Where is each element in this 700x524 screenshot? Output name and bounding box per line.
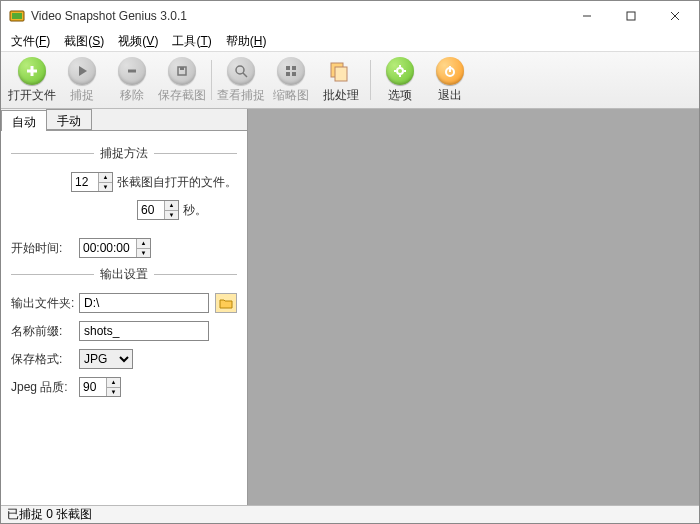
interval-row: ▲▼ 秒。	[11, 200, 237, 220]
plus-icon	[18, 57, 46, 85]
quality-label: Jpeg 品质:	[11, 379, 75, 396]
spin-down[interactable]: ▼	[99, 183, 112, 192]
toolbar-separator	[211, 60, 212, 100]
spin-up[interactable]: ▲	[107, 378, 120, 388]
svg-rect-14	[286, 66, 290, 70]
search-icon	[227, 57, 255, 85]
svg-rect-15	[292, 66, 296, 70]
menu-tools[interactable]: 工具(T)	[166, 31, 217, 52]
statusbar: 已捕捉 0 张截图	[1, 505, 699, 523]
remove-button[interactable]: 移除	[107, 55, 157, 105]
content-area: 自动 手动 捕捉方法 ▲▼ 张截图自打开的文件。 ▲▼ 秒。	[1, 109, 699, 505]
prefix-row: 名称前缀:	[11, 321, 237, 341]
svg-point-20	[397, 68, 403, 74]
output-folder-input[interactable]	[79, 293, 209, 313]
titlebar: Video Snapshot Genius 3.0.1	[1, 1, 699, 31]
minimize-button[interactable]	[565, 2, 609, 30]
svg-rect-11	[180, 67, 184, 70]
spin-down[interactable]: ▼	[107, 388, 120, 397]
format-label: 保存格式:	[11, 351, 75, 368]
batch-button[interactable]: 批处理	[316, 55, 366, 105]
interval-spinner[interactable]: ▲▼	[137, 200, 179, 220]
save-snapshot-button[interactable]: 保存截图	[157, 55, 207, 105]
capture-method-header: 捕捉方法	[11, 145, 237, 162]
format-select[interactable]: JPG	[79, 349, 133, 369]
maximize-button[interactable]	[609, 2, 653, 30]
play-icon	[68, 57, 96, 85]
toolbar-separator	[370, 60, 371, 100]
settings-sidebar: 自动 手动 捕捉方法 ▲▼ 张截图自打开的文件。 ▲▼ 秒。	[1, 109, 248, 505]
tab-manual[interactable]: 手动	[46, 109, 92, 130]
output-header: 输出设置	[11, 266, 237, 283]
snapshot-count-suffix: 张截图自打开的文件。	[117, 174, 237, 191]
start-time-input[interactable]	[80, 239, 136, 257]
status-text: 已捕捉 0 张截图	[7, 506, 92, 523]
auto-panel: 捕捉方法 ▲▼ 张截图自打开的文件。 ▲▼ 秒。 开始时间:	[1, 131, 247, 505]
svg-rect-17	[292, 72, 296, 76]
spin-down[interactable]: ▼	[137, 249, 150, 258]
window-title: Video Snapshot Genius 3.0.1	[31, 9, 565, 23]
browse-folder-button[interactable]	[215, 293, 237, 313]
batch-icon	[327, 57, 355, 85]
open-file-button[interactable]: 打开文件	[7, 55, 57, 105]
format-row: 保存格式: JPG	[11, 349, 237, 369]
interval-suffix: 秒。	[183, 202, 207, 219]
thumbnails-button[interactable]: 缩略图	[266, 55, 316, 105]
save-icon	[168, 57, 196, 85]
capture-button[interactable]: 捕捉	[57, 55, 107, 105]
folder-icon	[219, 297, 233, 309]
snapshot-count-spinner[interactable]: ▲▼	[71, 172, 113, 192]
spin-up[interactable]: ▲	[99, 173, 112, 183]
start-time-row: 开始时间: ▲▼	[11, 238, 237, 258]
spin-up[interactable]: ▲	[165, 201, 178, 211]
menu-video[interactable]: 视频(V)	[112, 31, 164, 52]
minus-icon	[118, 57, 146, 85]
view-capture-button[interactable]: 查看捕捉	[216, 55, 266, 105]
spin-up[interactable]: ▲	[137, 239, 150, 249]
options-button[interactable]: 选项	[375, 55, 425, 105]
start-time-spinner[interactable]: ▲▼	[79, 238, 151, 258]
start-time-label: 开始时间:	[11, 240, 75, 257]
snapshot-count-input[interactable]	[72, 173, 98, 191]
menu-file[interactable]: 文件(F)	[5, 31, 56, 52]
svg-rect-1	[12, 13, 22, 19]
menu-snapshot[interactable]: 截图(S)	[58, 31, 110, 52]
quality-spinner[interactable]: ▲▼	[79, 377, 121, 397]
quality-input[interactable]	[80, 378, 106, 396]
toolbar: 打开文件 捕捉 移除 保存截图 查看捕捉 缩略图 批处理 选项 退出	[1, 51, 699, 109]
prefix-label: 名称前缀:	[11, 323, 75, 340]
interval-input[interactable]	[138, 201, 164, 219]
sidebar-tabs: 自动 手动	[1, 109, 247, 131]
svg-line-13	[243, 73, 247, 77]
spin-down[interactable]: ▼	[165, 211, 178, 220]
svg-rect-16	[286, 72, 290, 76]
power-icon	[436, 57, 464, 85]
snapshot-count-row: ▲▼ 张截图自打开的文件。	[11, 172, 237, 192]
output-folder-label: 输出文件夹:	[11, 295, 75, 312]
svg-marker-8	[79, 66, 87, 76]
menu-help[interactable]: 帮助(H)	[220, 31, 273, 52]
gear-icon	[386, 57, 414, 85]
menubar: 文件(F) 截图(S) 视频(V) 工具(T) 帮助(H)	[1, 31, 699, 51]
svg-rect-19	[335, 67, 347, 81]
tab-auto[interactable]: 自动	[1, 110, 47, 131]
close-button[interactable]	[653, 2, 697, 30]
output-folder-row: 输出文件夹:	[11, 293, 237, 313]
exit-button[interactable]: 退出	[425, 55, 475, 105]
svg-rect-3	[627, 12, 635, 20]
grid-icon	[277, 57, 305, 85]
svg-point-12	[236, 66, 244, 74]
app-icon	[9, 8, 25, 24]
preview-area	[248, 109, 699, 505]
prefix-input[interactable]	[79, 321, 209, 341]
quality-row: Jpeg 品质: ▲▼	[11, 377, 237, 397]
